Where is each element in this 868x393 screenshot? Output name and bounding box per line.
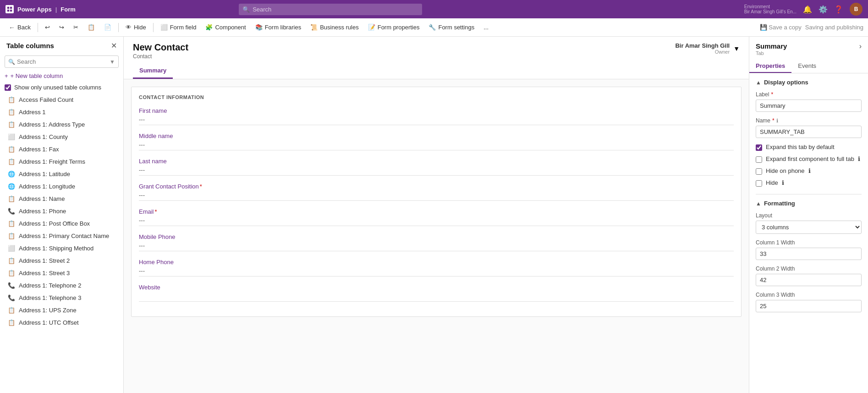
name-input[interactable]	[756, 126, 862, 138]
owner-name: Bir Amar Singh Gill	[675, 42, 730, 49]
form-settings-button[interactable]: 🔧 Form settings	[424, 22, 478, 33]
paste-button[interactable]: 📄	[100, 22, 115, 33]
list-item[interactable]: 📋 Address 1: Freight Terms	[0, 155, 123, 168]
hide-info-icon[interactable]: ℹ	[782, 179, 784, 186]
list-item-icon: 📋	[8, 319, 15, 326]
list-item[interactable]: 📋 Address 1: Street 3	[0, 267, 123, 279]
list-item[interactable]: 📋 Address 1: Fax	[0, 143, 123, 155]
name-info-icon[interactable]: ℹ	[776, 118, 778, 124]
list-item-icon: ⬜	[8, 133, 15, 140]
field-mobile-phone: Mobile Phone ---	[139, 233, 734, 251]
list-item[interactable]: 📋 Address 1	[0, 106, 123, 118]
list-item[interactable]: 📋 Address 1: Address Type	[0, 118, 123, 131]
center-panel: New Contact Contact Bir Amar Singh Gill …	[124, 37, 749, 393]
list-item-icon: 📞	[8, 208, 15, 215]
form-properties-icon: 📝	[368, 24, 375, 31]
filter-button[interactable]: ▼	[110, 59, 115, 65]
list-item[interactable]: 📋 Address 1: Post Office Box	[0, 217, 123, 230]
show-unused-checkbox[interactable]	[5, 84, 11, 91]
formatting-header[interactable]: ▲ Formatting	[756, 200, 862, 207]
toolbar-sep-2	[118, 23, 119, 32]
list-item-label: Address 1: UPS Zone	[19, 307, 77, 314]
display-options-header[interactable]: ▲ Display options	[756, 79, 862, 86]
hide-checkbox[interactable]	[756, 180, 762, 187]
more-button[interactable]: ...	[479, 22, 493, 33]
notifications-icon[interactable]: 🔔	[803, 5, 812, 14]
list-item[interactable]: 📋 Address 1: Name	[0, 193, 123, 205]
help-icon[interactable]: ❓	[834, 5, 843, 14]
form-settings-icon: 🔧	[429, 24, 436, 31]
expand-tab-row[interactable]: Expand this tab by default	[756, 144, 862, 151]
topbar-right: Environment Bir Amar Singh Gill's En... …	[744, 3, 863, 16]
new-column-icon: +	[5, 72, 8, 79]
list-item[interactable]: 🌐 Address 1: Longitude	[0, 180, 123, 193]
left-panel-close-button[interactable]: ✕	[111, 41, 117, 50]
right-panel-tabs: Properties Events	[749, 60, 868, 73]
list-item[interactable]: 📋 Access Failed Count	[0, 94, 123, 106]
layout-select[interactable]: 1 column 2 columns 3 columns	[756, 221, 862, 234]
new-column-button[interactable]: + + New table column	[5, 72, 63, 79]
col1-width-input[interactable]	[756, 248, 862, 260]
undo-button[interactable]: ↩	[41, 22, 54, 33]
list-item-label: Address 1: Street 2	[19, 257, 70, 264]
component-button[interactable]: 🧩 Component	[201, 22, 250, 33]
topbar-search-input[interactable]	[239, 4, 422, 15]
form-properties-button[interactable]: 📝 Form properties	[364, 22, 424, 33]
hide-label: Hide	[766, 179, 778, 186]
list-item-icon: 📋	[8, 146, 15, 153]
hide-on-phone-checkbox[interactable]	[756, 168, 762, 175]
hide-on-phone-row[interactable]: Hide on phone ℹ	[756, 167, 862, 175]
list-item[interactable]: 🌐 Address 1: Latitude	[0, 168, 123, 180]
list-item[interactable]: ⬜ Address 1: County	[0, 131, 123, 143]
redo-button[interactable]: ↪	[55, 22, 68, 33]
formatting-label: Formatting	[764, 200, 795, 207]
show-unused-checkbox-row[interactable]: Show only unused table columns	[0, 82, 123, 94]
col3-width-input[interactable]	[756, 300, 862, 312]
list-item[interactable]: 📞 Address 1: Phone	[0, 205, 123, 217]
toolbar-sep-1	[38, 23, 38, 32]
hide-row[interactable]: Hide ℹ	[756, 179, 862, 187]
right-panel-close-button[interactable]: ›	[859, 42, 862, 50]
hide-button[interactable]: 👁 Hide	[121, 22, 150, 33]
app-name: Power Apps	[17, 6, 52, 13]
power-apps-icon	[5, 5, 14, 13]
list-item[interactable]: 📋 Address 1: Street 2	[0, 255, 123, 267]
name-required-marker: *	[772, 117, 775, 124]
tab-properties[interactable]: Properties	[749, 60, 791, 73]
list-item[interactable]: 📋 Address 1: UTC Offset	[0, 316, 123, 329]
list-item[interactable]: 📞 Address 1: Telephone 3	[0, 292, 123, 304]
list-item[interactable]: 📋 Address 1: UPS Zone	[0, 304, 123, 316]
list-item-label: Access Failed Count	[19, 96, 73, 103]
cut-button[interactable]: ✂	[69, 22, 82, 33]
expand-first-checkbox[interactable]	[756, 156, 762, 163]
column-search-input[interactable]	[5, 55, 119, 68]
col2-width-input[interactable]	[756, 274, 862, 286]
undo-icon: ↩	[45, 24, 50, 31]
form-field-icon: ⬜	[160, 24, 168, 31]
owner-dropdown-button[interactable]: ▼	[733, 45, 740, 52]
list-item-label: Address 1: Longitude	[19, 183, 75, 190]
list-item-icon: 📋	[8, 220, 15, 227]
back-button[interactable]: ← Back	[5, 22, 35, 33]
form-libraries-button[interactable]: 📚 Form libraries	[251, 22, 305, 33]
business-rules-label: Business rules	[320, 24, 359, 31]
hide-on-phone-info-icon[interactable]: ℹ	[808, 167, 811, 174]
expand-tab-checkbox[interactable]	[756, 144, 762, 151]
label-field: Label *	[756, 91, 862, 112]
form-field-button[interactable]: ⬜ Form field	[156, 22, 201, 33]
col3-width-label: Column 3 Width	[756, 292, 862, 298]
settings-icon[interactable]: ⚙️	[819, 5, 828, 14]
label-input[interactable]	[756, 100, 862, 112]
expand-first-info-icon[interactable]: ℹ	[858, 155, 860, 162]
list-item[interactable]: ⬜ Address 1: Shipping Method	[0, 242, 123, 255]
tab-events[interactable]: Events	[791, 60, 823, 73]
list-item-label: Address 1: Fax	[19, 146, 59, 153]
tab-summary[interactable]: Summary	[133, 63, 173, 79]
list-item[interactable]: 📞 Address 1: Telephone 2	[0, 279, 123, 292]
expand-first-row[interactable]: Expand first component to full tab ℹ	[756, 155, 862, 163]
list-item[interactable]: 📋 Address 1: Primary Contact Name	[0, 230, 123, 242]
copy-button[interactable]: 📋	[83, 22, 99, 33]
avatar[interactable]: B	[850, 3, 863, 16]
left-panel-title: Table columns	[6, 42, 54, 50]
business-rules-button[interactable]: 📜 Business rules	[306, 22, 363, 33]
